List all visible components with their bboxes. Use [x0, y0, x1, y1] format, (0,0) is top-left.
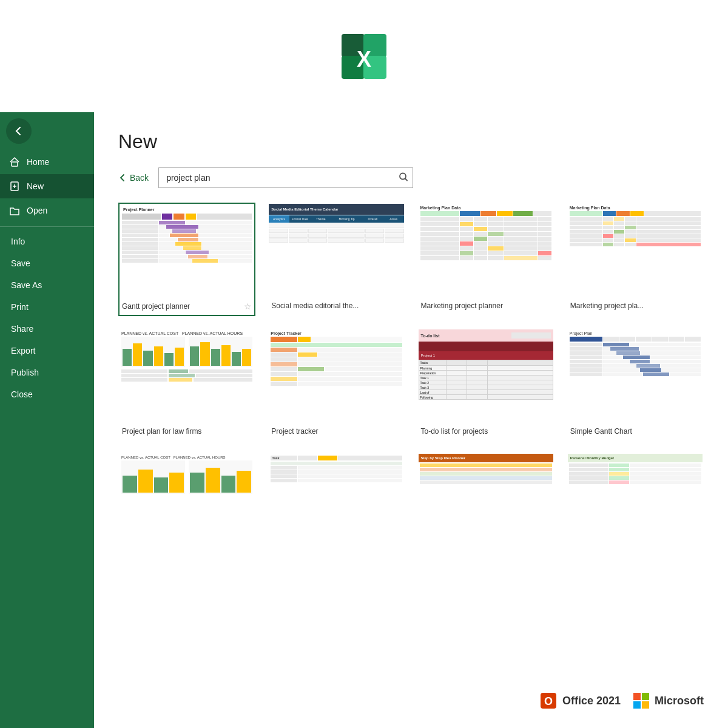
template-footer-law: Project plan for law firms — [120, 423, 254, 439]
svg-rect-12 — [633, 701, 641, 709]
svg-text:O: O — [544, 695, 553, 707]
templates-grid-row3: PLANNED vs. ACTUAL COST PLANNED vs. ACTU… — [118, 453, 704, 504]
template-card-social[interactable]: Social Media Editorial Theme Calendar An… — [268, 203, 405, 316]
sidebar-item-home-label: Home — [27, 157, 49, 167]
template-thumb-row3-3: Step by Step Idea Planner — [419, 454, 553, 502]
excel-logo: X — [337, 29, 391, 84]
template-footer-tracker: Project tracker — [269, 423, 403, 439]
search-bar: Back — [118, 167, 704, 188]
svg-rect-5 — [12, 162, 18, 166]
app-area: Home New Open Info S — [0, 112, 728, 728]
template-card-marketing2[interactable]: Marketing Plan Data — [567, 203, 704, 316]
template-footer-marketing1: Marketing project planner — [419, 298, 553, 314]
template-card-row3-4[interactable]: Personal Monthly Budget — [567, 453, 704, 504]
svg-text:X: X — [357, 47, 371, 72]
template-card-tracker[interactable]: Project Tracker — [268, 328, 405, 440]
sidebar-item-save-as[interactable]: Save As — [0, 274, 94, 296]
back-button[interactable] — [6, 118, 32, 144]
microsoft-branding: Microsoft — [633, 692, 704, 709]
new-icon — [8, 180, 21, 192]
sidebar: Home New Open Info S — [0, 112, 94, 728]
template-card-row3-1[interactable]: PLANNED vs. ACTUAL COST PLANNED vs. ACTU… — [118, 453, 255, 504]
template-card-gantt2[interactable]: Project Plan — [567, 328, 704, 440]
svg-rect-10 — [633, 693, 641, 700]
page-title: New — [118, 130, 704, 153]
search-input-wrapper — [158, 167, 413, 188]
svg-rect-11 — [642, 693, 649, 700]
footer: O Office 2021 Microsoft — [539, 692, 704, 710]
template-card-gantt[interactable]: Project Planner — [118, 203, 255, 316]
template-card-row3-3[interactable]: Step by Step Idea Planner — [417, 453, 554, 504]
template-card-law[interactable]: PLANNED vs. ACTUAL COST PLANNED vs. ACTU… — [118, 328, 255, 440]
sidebar-item-export[interactable]: Export — [0, 340, 94, 362]
back-link[interactable]: Back — [118, 173, 149, 183]
template-card-todo[interactable]: To-do list Project 1 Tasks Planning Prep… — [417, 328, 554, 440]
template-thumb-gantt2: Project Plan — [568, 329, 703, 423]
sidebar-item-open[interactable]: Open — [0, 198, 94, 223]
office-label: Office 2021 — [562, 695, 621, 707]
sidebar-item-publish[interactable]: Publish — [0, 362, 94, 383]
main-content: New Back — [94, 112, 728, 728]
top-area: X — [0, 0, 728, 112]
sidebar-item-info[interactable]: Info — [0, 231, 94, 252]
template-footer-gantt2: Simple Gantt Chart — [568, 423, 703, 439]
sidebar-item-home[interactable]: Home — [0, 150, 94, 174]
template-thumb-row3-2: Task — [269, 454, 403, 502]
template-footer-todo: To-do list for projects — [419, 423, 553, 439]
sidebar-item-close[interactable]: Close — [0, 383, 94, 405]
template-card-marketing1[interactable]: Marketing Plan Data — [417, 203, 554, 316]
template-thumb-law: PLANNED vs. ACTUAL COST PLANNED vs. ACTU… — [120, 329, 254, 423]
template-thumb-marketing2: Marketing Plan Data — [568, 204, 703, 298]
sidebar-item-print[interactable]: Print — [0, 296, 94, 318]
template-thumb-gantt: Project Planner — [120, 204, 254, 298]
office-branding: O Office 2021 — [539, 692, 621, 710]
templates-grid: Project Planner — [118, 203, 704, 440]
search-button[interactable] — [399, 172, 408, 184]
sidebar-item-save[interactable]: Save — [0, 252, 94, 274]
sidebar-item-share[interactable]: Share — [0, 318, 94, 340]
office-icon: O — [539, 692, 558, 710]
template-card-row3-2[interactable]: Task — [268, 453, 405, 504]
template-thumb-social: Social Media Editorial Theme Calendar An… — [269, 204, 403, 298]
sidebar-item-new[interactable]: New — [0, 174, 94, 198]
template-thumb-marketing1: Marketing Plan Data — [419, 204, 553, 298]
sidebar-item-open-label: Open — [27, 206, 47, 215]
template-thumb-row3-1: PLANNED vs. ACTUAL COST PLANNED vs. ACTU… — [120, 454, 254, 502]
template-thumb-tracker: Project Tracker — [269, 329, 403, 423]
template-thumb-row3-4: Personal Monthly Budget — [568, 454, 703, 502]
home-icon — [8, 156, 21, 168]
sidebar-item-new-label: New — [27, 181, 44, 191]
template-footer-social: Social media editorial the... — [269, 298, 403, 314]
microsoft-logo-icon — [633, 692, 650, 709]
svg-rect-13 — [642, 701, 649, 709]
template-footer-marketing2: Marketing project pla... — [568, 298, 703, 314]
microsoft-label: Microsoft — [655, 695, 704, 707]
open-icon — [8, 204, 21, 217]
search-input[interactable] — [158, 167, 413, 188]
template-thumb-todo: To-do list Project 1 Tasks Planning Prep… — [419, 329, 553, 423]
pin-icon: ☆ — [244, 302, 252, 311]
template-footer-gantt: Gantt project planner ☆ — [120, 298, 254, 315]
